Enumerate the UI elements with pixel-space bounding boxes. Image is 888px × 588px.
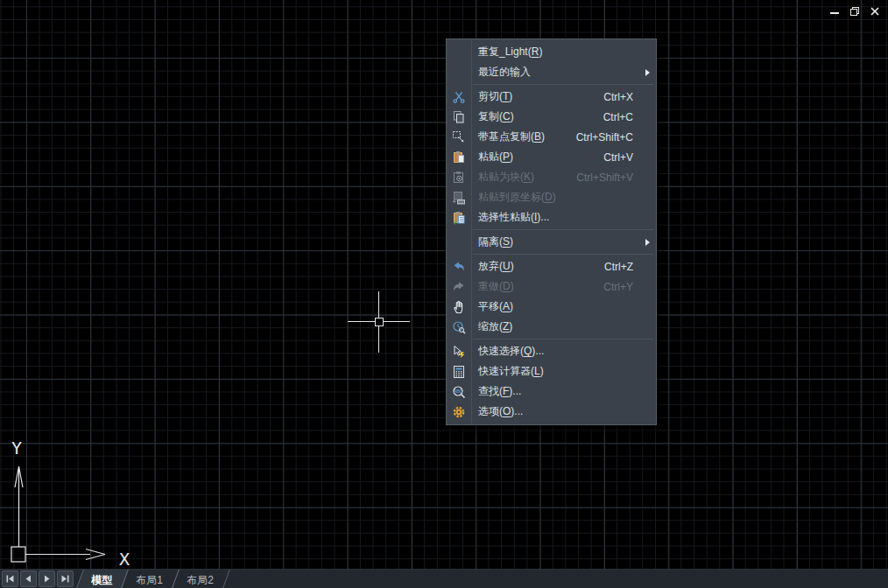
- undo-icon: [452, 260, 466, 274]
- close-button[interactable]: [869, 5, 881, 18]
- menu-separator: [473, 254, 653, 255]
- layout-tab-bar: 模型 布局1 布局2: [0, 569, 888, 588]
- copy-icon: [452, 110, 466, 124]
- redo-icon: [452, 280, 466, 294]
- quick-calc-icon: [452, 365, 466, 379]
- last-tab-icon: [60, 574, 70, 584]
- pickbox: [375, 318, 384, 326]
- paste-to-original-coords-icon: [452, 191, 466, 205]
- menu-item-label: 重做(D): [478, 279, 514, 294]
- minimize-button[interactable]: [828, 5, 841, 18]
- ucs-axis-icon: Y X: [0, 424, 149, 573]
- zoom-icon: [452, 320, 466, 334]
- shortcut-label: Ctrl+Z: [604, 261, 656, 273]
- first-tab-button[interactable]: [2, 570, 18, 587]
- previous-tab-button[interactable]: [20, 570, 37, 587]
- menu-item-label: 剪切(T): [478, 89, 512, 104]
- last-tab-button[interactable]: [57, 570, 74, 587]
- close-icon: [870, 6, 880, 17]
- crosshair-line: [378, 326, 379, 353]
- paste-special-icon: [452, 211, 466, 225]
- menu-item-redo: 重做(D) Ctrl+Y: [447, 276, 656, 297]
- submenu-arrow-icon: [645, 69, 650, 76]
- shortcut-label: Ctrl+Shift+C: [576, 131, 656, 144]
- menu-item-label: 缩放(Z): [478, 319, 512, 334]
- menu-item-pan[interactable]: 平移(A): [447, 297, 656, 317]
- menu-item-label: 粘贴(P): [478, 150, 513, 164]
- menu-item-recent-input[interactable]: 最近的输入: [447, 62, 656, 82]
- tab-model[interactable]: 模型: [76, 570, 129, 588]
- shortcut-label: Ctrl+X: [603, 91, 656, 103]
- tab-label: 模型: [91, 571, 112, 588]
- shortcut-label: Ctrl+Shift+V: [576, 172, 656, 184]
- autocad-window: Y X 重复_Light(R) 最近的输入 剪切(T): [0, 0, 888, 588]
- menu-item-zoom[interactable]: 缩放(Z): [447, 317, 656, 337]
- tab-label: 布局2: [187, 571, 214, 588]
- copy-with-base-point-icon: [452, 130, 466, 144]
- submenu-arrow-icon: [645, 239, 650, 246]
- pan-hand-icon: [452, 300, 466, 314]
- menu-item-label: 选择性粘贴(I)...: [478, 210, 549, 225]
- menu-item-label: 复制(C): [478, 109, 514, 124]
- menu-item-isolate[interactable]: 隔离(S): [447, 232, 656, 252]
- paste-as-block-icon: [452, 171, 466, 185]
- menu-item-label: 平移(A): [478, 299, 513, 314]
- window-controls: [828, 5, 881, 18]
- restore-down-button[interactable]: [849, 5, 861, 18]
- tab-label: 布局1: [136, 571, 163, 588]
- menu-item-label: 粘贴到原坐标(D): [478, 190, 556, 205]
- shortcut-label: Ctrl+Y: [603, 281, 656, 293]
- first-tab-icon: [5, 574, 15, 584]
- menu-item-cut[interactable]: 剪切(T) Ctrl+X: [447, 87, 656, 107]
- cut-scissors-icon: [452, 90, 466, 104]
- menu-item-quick-select[interactable]: 快速选择(Q)...: [447, 341, 656, 361]
- crosshair-line: [378, 291, 379, 318]
- menu-separator: [473, 229, 653, 230]
- menu-item-paste-to-original-coords: 粘贴到原坐标(D): [447, 187, 656, 207]
- ucs-x-label: X: [119, 549, 130, 570]
- menu-item-label: 隔离(S): [478, 234, 513, 249]
- menu-item-label: 快速选择(Q)...: [478, 344, 544, 359]
- menu-item-copy-with-base-point[interactable]: 带基点复制(B) Ctrl+Shift+C: [447, 127, 656, 147]
- menu-item-paste[interactable]: 粘贴(P) Ctrl+V: [447, 147, 656, 167]
- ucs-y-label: Y: [11, 438, 22, 458]
- shortcut-label: Ctrl+C: [603, 111, 656, 123]
- tab-layout2[interactable]: 布局2: [172, 570, 229, 588]
- tab-strip: 模型 布局1 布局2: [81, 570, 226, 588]
- menu-item-undo[interactable]: 放弃(U) Ctrl+Z: [447, 256, 656, 276]
- tab-layout1[interactable]: 布局1: [121, 570, 179, 588]
- menu-item-label: 重复_Light(R): [478, 45, 542, 60]
- context-menu-list: 重复_Light(R) 最近的输入 剪切(T) Ctrl+X: [447, 42, 656, 422]
- menu-separator: [473, 84, 653, 85]
- menu-item-options[interactable]: 选项(O)...: [447, 402, 656, 422]
- previous-tab-icon: [24, 574, 33, 584]
- shortcut-label: Ctrl+V: [603, 151, 656, 164]
- menu-item-label: 粘贴为块(K): [478, 170, 534, 185]
- menu-item-label: 快速计算器(L): [478, 364, 544, 379]
- menu-item-repeat-light[interactable]: 重复_Light(R): [447, 42, 656, 62]
- menu-item-label: 查找(F)...: [478, 384, 521, 399]
- options-gear-icon: [452, 405, 466, 419]
- find-icon: ABC: [452, 385, 466, 399]
- menu-item-label: 带基点复制(B): [478, 130, 545, 144]
- menu-item-label: 选项(O)...: [478, 404, 523, 419]
- paste-icon: [452, 150, 466, 164]
- restore-down-icon: [849, 6, 860, 17]
- quick-select-icon: [452, 345, 466, 359]
- context-menu: 重复_Light(R) 最近的输入 剪切(T) Ctrl+X: [446, 38, 657, 425]
- menu-item-find[interactable]: ABC 查找(F)...: [447, 382, 656, 402]
- menu-item-copy[interactable]: 复制(C) Ctrl+C: [447, 107, 656, 127]
- menu-item-paste-as-block: 粘贴为块(K) Ctrl+Shift+V: [447, 167, 656, 187]
- menu-item-quick-calculator[interactable]: 快速计算器(L): [447, 361, 656, 382]
- next-tab-icon: [42, 574, 52, 584]
- minimize-icon: [829, 6, 840, 17]
- svg-text:ABC: ABC: [454, 388, 463, 393]
- next-tab-button[interactable]: [39, 570, 55, 587]
- crosshair-line: [383, 321, 410, 322]
- crosshair-line: [348, 321, 375, 322]
- menu-separator: [473, 339, 653, 340]
- menu-item-paste-special[interactable]: 选择性粘贴(I)...: [447, 207, 656, 228]
- menu-item-label: 最近的输入: [478, 65, 531, 80]
- menu-item-label: 放弃(U): [478, 259, 514, 274]
